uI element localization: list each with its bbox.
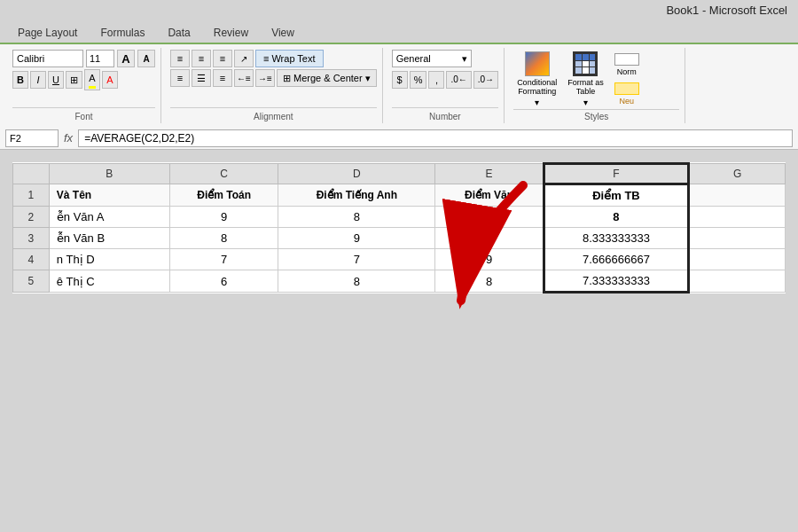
cell-g4[interactable] (689, 249, 786, 270)
cell-reference-box[interactable]: F2 (5, 129, 59, 147)
align-right-btn[interactable]: ≡ (213, 69, 232, 87)
font-row2: B I U ⊞ A A (12, 69, 155, 90)
cell-f5[interactable]: 7.333333333 (544, 270, 688, 293)
cell-e3[interactable]: 8 (435, 228, 544, 249)
col-header-c[interactable]: C (169, 164, 278, 184)
font-size-input[interactable]: 11 (86, 50, 114, 67)
format-as-table-button[interactable]: Format asTable ▾ (564, 50, 607, 109)
col-header-d[interactable]: D (278, 164, 435, 184)
decrease-indent-btn[interactable]: ←≡ (234, 69, 254, 87)
percent-btn[interactable]: % (410, 71, 427, 89)
tab-review[interactable]: Review (203, 23, 259, 43)
align-center-btn[interactable]: ☰ (192, 69, 211, 87)
tab-formulas[interactable]: Formulas (90, 23, 155, 43)
cell-g2[interactable] (689, 207, 786, 228)
col-header-f[interactable]: F (544, 164, 688, 184)
cell-g3[interactable] (689, 228, 786, 249)
table-row: 5 ê Thị C 6 8 8 7.333333333 (13, 270, 786, 293)
decrease-font-btn[interactable]: A (137, 50, 155, 67)
font-name-input[interactable]: Calibri (12, 50, 83, 67)
cell-e5[interactable]: 8 (435, 270, 544, 293)
header-c[interactable]: Điểm Toán (169, 184, 278, 207)
format-table-chevron: ▾ (583, 98, 588, 107)
tab-view[interactable]: View (261, 23, 305, 43)
cell-d5[interactable]: 8 (278, 270, 435, 293)
align-left-btn[interactable]: ≡ (170, 69, 190, 87)
header-g[interactable] (689, 184, 786, 207)
align-row2: ≡ ☰ ≡ ←≡ →≡ ⊞ Merge & Center ▾ (170, 69, 377, 87)
cell-g5[interactable] (689, 270, 786, 293)
wrap-text-icon: ≡ (263, 53, 269, 64)
underline-btn[interactable]: U (48, 71, 64, 89)
col-header-e[interactable]: E (435, 164, 544, 184)
cell-d3[interactable]: 9 (278, 228, 435, 249)
neutral-style-label: Neu (619, 97, 634, 106)
ribbon-tabs: Page Layout Formulas Data Review View (0, 20, 798, 43)
align-row1: ≡ ≡ ≡ ↗ ≡ Wrap Text (170, 50, 377, 67)
neutral-style-button[interactable]: Neu (611, 81, 643, 107)
cell-f3[interactable]: 8.333333333 (544, 228, 688, 249)
col-header-b[interactable]: B (49, 164, 169, 184)
tab-data[interactable]: Data (157, 23, 200, 43)
spreadsheet-table: B C D E F G 1 Và Tên Điểm Toán Điểm Tiến… (12, 162, 786, 293)
table-row: 2 ễn Văn A 9 8 7 8 (13, 207, 786, 228)
align-bottom-btn[interactable]: ≡ (213, 50, 232, 67)
merge-center-icon: ⊞ (283, 73, 291, 84)
header-b[interactable]: Và Tên (49, 184, 169, 207)
cell-e4[interactable]: 9 (435, 249, 544, 270)
align-top-btn[interactable]: ≡ (170, 50, 190, 67)
cell-c3[interactable]: 8 (169, 228, 278, 249)
neutral-style-preview (614, 82, 639, 95)
cell-b3[interactable]: ễn Văn B (49, 228, 169, 249)
tab-page-layout[interactable]: Page Layout (7, 23, 88, 43)
increase-indent-btn[interactable]: →≡ (255, 69, 275, 87)
font-group-label: Font (12, 107, 155, 121)
font-row1: Calibri 11 A A (12, 50, 155, 67)
number-format-dropdown[interactable]: General ▾ (392, 50, 472, 67)
wrap-text-button[interactable]: ≡ Wrap Text (255, 50, 324, 67)
styles-row: Conditional Formatting ▾ Format asTable … (513, 50, 679, 109)
cell-d4[interactable]: 7 (278, 249, 435, 270)
title-text: Book1 - Microsoft Excel (666, 4, 787, 17)
cell-c5[interactable]: 6 (169, 270, 278, 293)
styles-group-label: Styles (513, 109, 679, 121)
header-d[interactable]: Điểm Tiếng Anh (278, 184, 435, 207)
row-header-4: 4 (13, 249, 50, 270)
formula-input[interactable] (78, 129, 793, 147)
wrap-text-label: Wrap Text (271, 53, 315, 64)
col-header-g[interactable]: G (689, 164, 786, 184)
number-format-label: General (396, 53, 431, 64)
cell-f4[interactable]: 7.666666667 (544, 249, 688, 270)
merge-center-button[interactable]: ⊞ Merge & Center ▾ (277, 69, 377, 87)
cell-f2[interactable]: 8 (544, 207, 688, 228)
ribbon-content: Calibri 11 A A B I U ⊞ A A Font ≡ ≡ ≡ ↗ … (0, 43, 798, 127)
italic-btn[interactable]: I (30, 71, 46, 89)
table-row: 3 ễn Văn B 8 9 8 8.333333333 (13, 228, 786, 249)
align-middle-btn[interactable]: ≡ (192, 50, 211, 67)
cell-c2[interactable]: 9 (169, 207, 278, 228)
decrease-decimal-btn[interactable]: .0← (446, 71, 471, 89)
normal-style-preview (614, 53, 639, 66)
conditional-formatting-button[interactable]: Conditional Formatting ▾ (513, 50, 560, 109)
cell-b5[interactable]: ê Thị C (49, 270, 169, 293)
column-header-row: B C D E F G (13, 164, 786, 184)
currency-btn[interactable]: $ (392, 71, 408, 89)
cell-c4[interactable]: 7 (169, 249, 278, 270)
table-row: 4 n Thị D 7 7 9 7.666666667 (13, 249, 786, 270)
header-e[interactable]: Điểm Văn (435, 184, 544, 207)
cell-b2[interactable]: ễn Văn A (49, 207, 169, 228)
cell-e2[interactable]: 7 (435, 207, 544, 228)
orientation-btn[interactable]: ↗ (234, 50, 254, 67)
cell-b4[interactable]: n Thị D (49, 249, 169, 270)
merge-center-label: Merge & Center (293, 73, 363, 83)
font-color-btn[interactable]: A (102, 71, 118, 89)
bold-btn[interactable]: B (12, 71, 28, 89)
normal-style-button[interactable]: Norm (611, 51, 643, 78)
fill-color-btn[interactable]: A (84, 69, 100, 90)
increase-font-btn[interactable]: A (117, 50, 135, 67)
header-f[interactable]: Điểm TB (544, 184, 688, 207)
cell-d2[interactable]: 8 (278, 207, 435, 228)
border-btn[interactable]: ⊞ (66, 71, 82, 89)
increase-decimal-btn[interactable]: .0→ (473, 71, 498, 89)
comma-btn[interactable]: , (428, 71, 444, 89)
